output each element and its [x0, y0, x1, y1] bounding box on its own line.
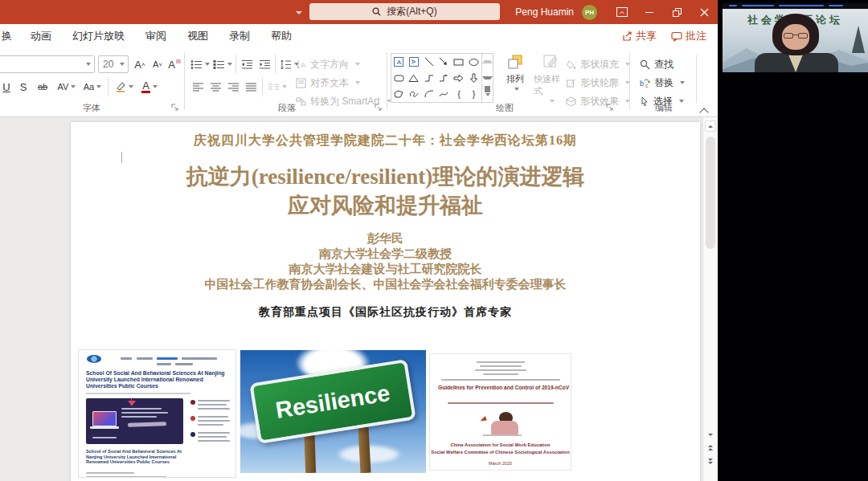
- shape-arrow[interactable]: [436, 54, 452, 70]
- author-block[interactable]: 彭华民 南京大学社会学二级教授 南京大学社会建设与社工研究院院长 中国社会工作教…: [71, 231, 700, 292]
- shape-arrow-down[interactable]: [466, 70, 481, 86]
- tab-view[interactable]: 视图: [177, 24, 219, 48]
- paragraph-dialog-launcher[interactable]: [375, 103, 382, 112]
- tab-actions: 共享 批注: [622, 29, 718, 43]
- shape-freeform[interactable]: [391, 86, 407, 102]
- tab-transitions-partial[interactable]: 换: [0, 24, 20, 48]
- ribbon-display-options-button[interactable]: [608, 0, 636, 24]
- drawing-dialog-launcher[interactable]: [606, 103, 613, 112]
- shape-rectangle[interactable]: [452, 54, 467, 70]
- chevron-up-icon: [699, 108, 708, 116]
- shape-elbow-arrow-connector[interactable]: [436, 70, 452, 86]
- increase-indent-button[interactable]: [256, 55, 272, 73]
- shape-scribble[interactable]: [407, 86, 422, 102]
- gallery-scroll-up-button[interactable]: [482, 54, 493, 70]
- justify-button[interactable]: [243, 78, 259, 96]
- shape-triangle[interactable]: [407, 70, 422, 86]
- tab-slideshow[interactable]: 幻灯片放映: [62, 24, 135, 48]
- share-button[interactable]: 共享: [622, 29, 657, 43]
- align-right-button[interactable]: [225, 78, 241, 96]
- shape-textbox-vertical[interactable]: A: [407, 54, 422, 70]
- shape-arc[interactable]: [421, 86, 436, 102]
- comments-button[interactable]: 批注: [671, 29, 706, 43]
- gallery-more-button[interactable]: [482, 86, 493, 102]
- search-box[interactable]: 搜索(Alt+Q): [309, 3, 500, 20]
- scrollbar-thumb[interactable]: [706, 137, 715, 249]
- shape-curve[interactable]: [436, 86, 452, 102]
- text-direction-button[interactable]: A 文字方向: [296, 56, 360, 72]
- font-size-combobox[interactable]: 20: [98, 55, 129, 73]
- collapse-ribbon-button[interactable]: [701, 108, 707, 117]
- text-highlight-button[interactable]: [113, 78, 135, 96]
- eraser-shape: [176, 59, 181, 63]
- find-button[interactable]: 查找: [640, 56, 674, 72]
- align-center-button[interactable]: [207, 78, 223, 96]
- restore-button[interactable]: [663, 0, 690, 24]
- shape-right-brace[interactable]: }: [466, 86, 481, 102]
- font-dialog-launcher[interactable]: [171, 103, 178, 112]
- tab-review[interactable]: 审阅: [135, 24, 177, 48]
- close-button[interactable]: [690, 0, 718, 24]
- shape-elbow-connector[interactable]: [421, 70, 436, 86]
- avatar[interactable]: PH: [582, 5, 597, 20]
- minimize-button[interactable]: [636, 0, 663, 24]
- tab-help[interactable]: 帮助: [260, 24, 302, 48]
- dropdown-caret-icon: [129, 85, 133, 88]
- tab-animations[interactable]: 动画: [20, 24, 62, 48]
- previous-slide-button[interactable]: [705, 442, 716, 453]
- font-name-combobox[interactable]: [0, 55, 95, 73]
- character-spacing-button[interactable]: AV: [55, 78, 79, 96]
- share-icon: [622, 31, 633, 42]
- clear-formatting-button[interactable]: A: [167, 55, 182, 73]
- slide-title-line2[interactable]: 应对风险和提升福祉: [71, 191, 700, 220]
- shape-arrow-right[interactable]: [452, 70, 467, 86]
- shape-oval[interactable]: [466, 54, 481, 70]
- guideline-document-image[interactable]: Guidelines for Prevention and Control of…: [429, 353, 571, 471]
- author-line: 彭华民: [71, 231, 700, 247]
- shape-line[interactable]: [421, 54, 436, 70]
- bullets-button[interactable]: [190, 55, 211, 73]
- website-screenshot-image[interactable]: School Of Social And Behavioral Sciences…: [78, 349, 236, 478]
- numbering-button[interactable]: [212, 55, 233, 73]
- align-text-button[interactable]: 对齐文本: [296, 75, 360, 91]
- shape-rounded-rectangle[interactable]: [391, 70, 407, 86]
- scroll-down-icon: [708, 434, 713, 436]
- webcam-video[interactable]: 社会学华西论坛: [723, 3, 868, 72]
- highlight-line[interactable]: 教育部重点项目《国际社区抗疫行动》首席专家: [71, 305, 700, 320]
- shape-fill-button[interactable]: 形状填充: [566, 56, 630, 72]
- rectangle-icon: [453, 58, 464, 67]
- sign-text: Resilience: [274, 379, 392, 423]
- slide-canvas[interactable]: 庆祝四川大学公共管理学院建院二十年：社会学华西论坛第16期 抗逆力(resili…: [71, 122, 700, 481]
- replace-button[interactable]: bc 替换: [640, 75, 685, 91]
- shape-outline-button[interactable]: 形状轮廓: [566, 75, 630, 91]
- autosave-dropdown-caret-icon[interactable]: [296, 11, 302, 14]
- grow-font-icon: A: [134, 59, 141, 71]
- grow-font-button[interactable]: A˄: [132, 55, 148, 73]
- text-bar: [441, 379, 560, 381]
- next-slide-button[interactable]: [705, 455, 716, 467]
- font-color-button[interactable]: A: [138, 78, 161, 96]
- arrange-button[interactable]: 排列: [498, 53, 532, 104]
- user-name[interactable]: Peng Huamin: [515, 6, 574, 18]
- strikethrough-button[interactable]: ab: [34, 78, 51, 96]
- scroll-down-button[interactable]: [705, 429, 716, 440]
- slide-kicker[interactable]: 庆祝四川大学公共管理学院建院二十年：社会学华西论坛第16期: [71, 132, 700, 149]
- shape-left-brace[interactable]: {: [452, 86, 467, 102]
- tab-record[interactable]: 录制: [219, 24, 260, 48]
- underline-button[interactable]: U: [0, 78, 13, 96]
- shape-textbox-horizontal[interactable]: A: [391, 54, 407, 70]
- columns-button[interactable]: [266, 78, 289, 96]
- align-left-button[interactable]: [190, 78, 206, 96]
- gallery-scroll-down-button[interactable]: [482, 70, 493, 86]
- slide-title-line1[interactable]: 抗逆力(resilience/resilient)理论的演进逻辑: [71, 162, 700, 191]
- comments-label: 批注: [686, 29, 706, 43]
- decrease-indent-button[interactable]: [239, 55, 255, 73]
- shrink-font-button[interactable]: A˅: [149, 55, 166, 73]
- vertical-scrollbar[interactable]: [702, 117, 718, 481]
- change-case-button[interactable]: Aa: [80, 78, 104, 96]
- ribbon: 20 A˄ A˅ A U S ab AV Aa A 字体: [0, 48, 718, 117]
- quick-styles-button[interactable]: 快速样式: [534, 53, 567, 104]
- text-shadow-button[interactable]: S: [16, 78, 31, 96]
- scroll-up-button[interactable]: [705, 120, 716, 132]
- resilience-sign-image[interactable]: Resilience: [240, 350, 426, 473]
